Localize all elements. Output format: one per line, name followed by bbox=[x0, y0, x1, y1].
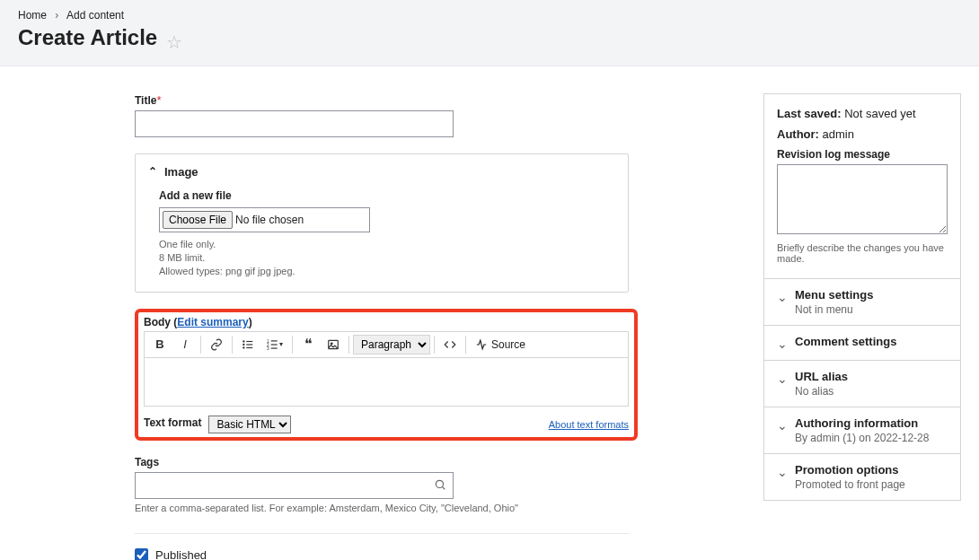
accordion-promotion-options[interactable]: ⌄ Promotion optionsPromoted to front pag… bbox=[764, 453, 960, 500]
image-fieldset: ⌃ Image Add a new file Choose File No fi… bbox=[135, 153, 629, 293]
revision-textarea[interactable] bbox=[777, 164, 948, 234]
author-value: admin bbox=[823, 127, 854, 141]
paragraph-select[interactable]: Paragraph bbox=[353, 335, 430, 354]
published-checkbox[interactable] bbox=[135, 548, 148, 560]
tags-label: Tags bbox=[135, 456, 159, 468]
choose-file-button[interactable]: Choose File bbox=[163, 211, 233, 229]
breadcrumb: Home › Add content bbox=[18, 9, 961, 22]
search-icon[interactable] bbox=[434, 478, 446, 494]
page-title: Create Article bbox=[18, 25, 157, 50]
accordion-menu-settings[interactable]: ⌄ Menu settingsNot in menu bbox=[764, 278, 960, 325]
numbered-list-icon[interactable]: 123 ▾ bbox=[261, 334, 288, 355]
file-hint-size: 8 MB limit. bbox=[159, 251, 615, 265]
revision-label: Revision log message bbox=[777, 148, 948, 161]
svg-rect-1 bbox=[246, 341, 252, 342]
last-saved-label: Last saved: bbox=[777, 107, 842, 120]
bullet-list-icon[interactable] bbox=[236, 334, 260, 355]
accordion-authoring-info[interactable]: ⌄ Authoring informationBy admin (1) on 2… bbox=[764, 407, 960, 453]
svg-point-13 bbox=[331, 343, 332, 345]
text-format-label: Text format bbox=[144, 416, 201, 429]
title-input[interactable] bbox=[135, 110, 454, 137]
chevron-down-icon: ⌄ bbox=[777, 372, 788, 386]
chevron-right-icon: › bbox=[55, 9, 58, 22]
source-button[interactable]: Source bbox=[470, 338, 531, 351]
svg-point-0 bbox=[243, 340, 244, 342]
svg-rect-5 bbox=[246, 347, 252, 348]
bold-icon[interactable]: B bbox=[148, 334, 172, 355]
file-hint-types: Allowed types: png gif jpg jpeg. bbox=[159, 265, 615, 278]
add-file-label: Add a new file bbox=[159, 189, 615, 202]
code-icon[interactable] bbox=[438, 334, 462, 355]
image-legend[interactable]: ⌃ Image bbox=[148, 165, 615, 179]
about-text-formats-link[interactable]: About text formats bbox=[549, 419, 629, 430]
image-icon[interactable] bbox=[322, 334, 345, 355]
chevron-down-icon: ⌄ bbox=[777, 337, 788, 351]
no-file-text: No file chosen bbox=[235, 214, 304, 226]
title-label: Title bbox=[135, 94, 156, 107]
svg-text:3: 3 bbox=[267, 346, 269, 351]
file-input-row[interactable]: Choose File No file chosen bbox=[159, 207, 370, 232]
accordion-url-alias[interactable]: ⌄ URL aliasNo alias bbox=[764, 360, 960, 407]
edit-summary-link[interactable]: Edit summary bbox=[177, 316, 248, 328]
revision-help: Briefly describe the changes you have ma… bbox=[777, 242, 948, 273]
image-legend-text: Image bbox=[164, 165, 198, 179]
sidebar: Last saved: Not saved yet Author: admin … bbox=[763, 93, 961, 560]
svg-rect-3 bbox=[246, 344, 252, 345]
tags-input[interactable] bbox=[135, 472, 454, 499]
required-marker: * bbox=[156, 93, 161, 107]
body-highlight-region: Body (Edit summary) B I 123 ▾ ❝ bbox=[135, 309, 638, 441]
accordion-comment-settings[interactable]: ⌄ Comment settings bbox=[764, 325, 960, 360]
tags-help: Enter a comma-separated list. For exampl… bbox=[135, 503, 638, 513]
file-hint-one: One file only. bbox=[159, 238, 615, 251]
svg-line-15 bbox=[442, 486, 445, 489]
chevron-down-icon: ⌄ bbox=[777, 290, 788, 304]
breadcrumb-home[interactable]: Home bbox=[18, 9, 47, 22]
last-saved-value: Not saved yet bbox=[844, 107, 916, 120]
text-format-select[interactable]: Basic HTML bbox=[208, 416, 291, 433]
svg-point-2 bbox=[243, 344, 244, 346]
author-label: Author: bbox=[777, 127, 819, 141]
chevron-down-icon: ⌄ bbox=[777, 418, 788, 433]
chevron-down-icon: ⌄ bbox=[777, 465, 788, 479]
main-form: Title* ⌃ Image Add a new file Choose Fil… bbox=[135, 93, 638, 560]
source-label: Source bbox=[491, 338, 525, 351]
star-outline-icon[interactable]: ☆ bbox=[166, 32, 182, 52]
blockquote-icon[interactable]: ❝ bbox=[296, 334, 320, 355]
chevron-up-icon: ⌃ bbox=[148, 165, 157, 178]
divider bbox=[135, 533, 629, 534]
svg-rect-7 bbox=[271, 340, 278, 341]
breadcrumb-add-content[interactable]: Add content bbox=[66, 9, 124, 22]
body-editor[interactable] bbox=[144, 358, 629, 407]
svg-rect-11 bbox=[271, 347, 278, 348]
italic-icon[interactable]: I bbox=[173, 334, 197, 355]
svg-point-14 bbox=[436, 480, 443, 487]
link-icon[interactable] bbox=[205, 334, 228, 355]
published-row[interactable]: Published bbox=[135, 548, 638, 560]
body-label: Body bbox=[144, 316, 171, 328]
svg-rect-9 bbox=[271, 344, 278, 345]
editor-toolbar: B I 123 ▾ ❝ bbox=[144, 331, 629, 358]
published-label: Published bbox=[155, 548, 207, 560]
page-header: Home › Add content Create Article ☆ bbox=[0, 0, 979, 66]
svg-point-4 bbox=[243, 346, 244, 348]
